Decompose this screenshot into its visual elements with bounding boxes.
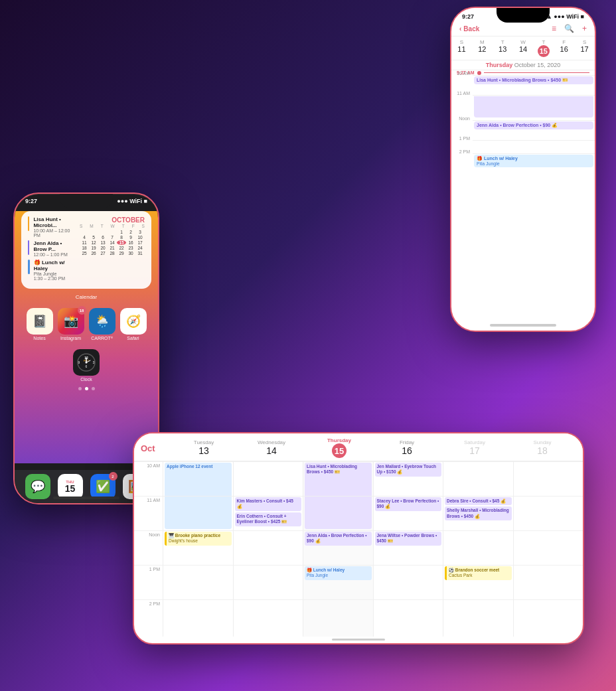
home-screen: Lisa Hunt • Microbl... 10:00 AM – 12:00 … — [15, 211, 158, 463]
hour-row-10am: 10 AM Lisa Hunt • Microblading Brows • $… — [451, 75, 595, 95]
notes-app-icon[interactable]: 📓 — [27, 308, 53, 335]
event-thu-lunch[interactable]: 🎁 Lunch w/ HaleyPita Jungle — [305, 566, 372, 580]
event-shelly-marshall[interactable]: Shelly Marshall • Microblading Brows • $… — [445, 506, 512, 520]
tue-slot-noon: 🎹 Brooke piano practiceDwight's house — [163, 530, 233, 565]
day-col-thu: Lisa Hunt • Microblading Brows • $450 🎫 … — [303, 461, 374, 637]
carrot-app-icon[interactable]: 🌦️ — [89, 308, 116, 335]
calendar-widget[interactable]: Lisa Hunt • Microbl... 10:00 AM – 12:00 … — [21, 211, 151, 289]
tue-slot-11 — [163, 496, 233, 530]
thu-slot-2pm — [303, 599, 373, 634]
time-bar — [484, 72, 589, 73]
week-col-f: F 16 — [554, 39, 574, 57]
widget-event-1: Lisa Hunt • Microbl... 10:00 AM – 12:00 … — [28, 216, 76, 238]
list-icon[interactable]: ≡ — [552, 24, 556, 33]
event-debra-sire[interactable]: Debra Sire • Consult • $45 💰 — [445, 497, 512, 505]
col-header-sun[interactable]: Sunday 18 — [508, 439, 576, 456]
notch-right — [497, 8, 550, 23]
page-dots — [15, 387, 158, 390]
month-label: OCTOBER — [80, 216, 145, 224]
svg-text:9: 9 — [78, 360, 80, 364]
week-col-t2-today[interactable]: T 15 — [533, 39, 554, 57]
event-jena-wiltse[interactable]: Jena Wiltse • Powder Brows • $450 🎫 — [375, 532, 442, 546]
svg-point-8 — [86, 362, 88, 364]
safari-app-icon[interactable]: 🧭 — [120, 308, 147, 335]
landscape-header: Oct Tuesday 13 Wednesday 14 Thursday 15 … — [134, 433, 583, 461]
add-icon[interactable]: + — [582, 24, 587, 33]
dock-reminders: ✅ 2 — [90, 474, 116, 499]
sun-day: Sunday — [508, 439, 576, 445]
instagram-app-icon[interactable]: 📸 18 — [58, 308, 84, 335]
apps-row: 📓 Notes 📸 18 Instagram 🌦️ CARROT⁸ 🧭 Safa… — [15, 305, 158, 344]
date-label: Thursday October 15, 2020 — [451, 60, 595, 70]
event-thu-jenn[interactable]: Jenn Alda • Brow Perfection • $90 💰 — [305, 532, 372, 546]
event-lunch-haley[interactable]: 🎁 Lunch w/ HaleyPita Jungle — [474, 155, 593, 167]
lunch-subtitle: Pita Jungle — [477, 161, 500, 166]
instagram-label: Instagram — [60, 336, 81, 341]
tue-slot-10: Apple iPhone 12 event — [163, 461, 233, 496]
wed-slot-2pm — [234, 599, 303, 634]
hour-row-11am: 11 AM — [451, 95, 595, 120]
week-col-s1: S 11 — [451, 39, 472, 57]
clock-app-icon[interactable]: 12 6 9 3 PHO — [73, 349, 100, 376]
week-col-s2: S 17 — [574, 39, 595, 57]
hour-row-1pm: 1 PM — [451, 140, 595, 153]
calendar-dock-icon[interactable]: THU 15 — [58, 474, 83, 499]
calendar-nav: ‹ Back ≡ 🔍 + — [451, 21, 595, 37]
notes-label: Notes — [33, 336, 45, 341]
event-continuation — [474, 96, 593, 117]
app-col-safari: 🧭 Safari — [120, 308, 147, 341]
phone-landscape: Oct Tuesday 13 Wednesday 14 Thursday 15 … — [133, 432, 584, 645]
day-col-fri: Jen Mallard • Eyebrow Touch Up • $150 💰 … — [374, 461, 444, 637]
thu-num-today: 15 — [332, 443, 346, 458]
fri-num: 16 — [373, 445, 441, 456]
event-jen-mallard[interactable]: Jen Mallard • Eyebrow Touch Up • $150 💰 — [375, 463, 442, 477]
carrot-label: CARROT⁸ — [91, 336, 113, 341]
instagram-badge: 18 — [78, 306, 86, 315]
thu-slot-10: Lisa Hunt • Microblading Brows • $450 🎫 — [303, 461, 373, 496]
back-button[interactable]: ‹ Back — [459, 25, 479, 33]
dock-calendar: THU 15 — [58, 474, 83, 499]
dock-messages: 💬 — [25, 474, 50, 499]
reminders-app-icon[interactable]: ✅ 2 — [90, 474, 116, 499]
tue-slot-1pm — [163, 565, 233, 599]
wed-slot-11: Kim Masters • Consult • $45 💰 Erin Cothe… — [234, 496, 303, 530]
sat-num: 17 — [441, 445, 508, 456]
app-col-notes: 📓 Notes — [27, 308, 53, 341]
col-header-wed[interactable]: Wednesday 14 — [238, 439, 305, 456]
col-header-sat[interactable]: Saturday 17 — [441, 439, 508, 456]
sat-day: Saturday — [441, 439, 508, 445]
svg-text:3: 3 — [93, 360, 95, 364]
fri-slot-1pm — [374, 565, 443, 599]
event-erin-cothern[interactable]: Erin Cothern • Consult + Eyeliner Boost … — [235, 512, 302, 526]
widget-events: Lisa Hunt • Microbl... 10:00 AM – 12:00 … — [28, 216, 76, 283]
thu-slot-noon: Jenn Alda • Brow Perfection • $90 💰 — [303, 530, 373, 565]
col-header-thu[interactable]: Thursday 15 — [305, 437, 373, 458]
messages-app-icon[interactable]: 💬 — [25, 474, 50, 499]
sat-slot-10 — [443, 461, 513, 496]
event-brandon-soccer[interactable]: ⚽ Brandon soccer meetCactus Park — [445, 566, 512, 580]
sat-slot-2pm — [443, 599, 513, 634]
hour-content-noon: Jenn Alda • Brow Perfection • $90 💰 — [473, 120, 595, 140]
search-icon[interactable]: 🔍 — [564, 24, 574, 33]
event-brooke-piano[interactable]: 🎹 Brooke piano practiceDwight's house — [165, 532, 232, 546]
event-jenn-alda[interactable]: Jenn Alda • Brow Perfection • $90 💰 — [474, 121, 593, 129]
sun-slot-2pm — [514, 599, 583, 634]
time-11am: 11 AM — [134, 496, 163, 530]
landscape-body: 10 AM 11 AM Noon 1 PM 2 PM Apple iPhone … — [134, 461, 583, 637]
dot-3 — [92, 387, 95, 390]
thu-slot-11 — [303, 496, 373, 530]
col-header-tue[interactable]: Tuesday 13 — [170, 439, 238, 456]
sat-slot-11: Debra Sire • Consult • $45 💰 Shelly Mars… — [443, 496, 513, 530]
event-kim-masters[interactable]: Kim Masters • Consult • $45 💰 — [235, 497, 302, 511]
event-stacey-lee[interactable]: Stacey Lee • Brow Perfection • $90 💰 — [375, 497, 442, 511]
svg-text:6: 6 — [86, 364, 88, 368]
app-col-instagram: 📸 18 Instagram — [58, 308, 84, 341]
nav-icons: ≡ 🔍 + — [552, 24, 587, 33]
sun-num: 18 — [508, 445, 576, 456]
clock-row: 12 6 9 3 PHO Clock — [15, 346, 158, 384]
time-column: 10 AM 11 AM Noon 1 PM 2 PM — [134, 461, 163, 637]
chevron-left-icon: ‹ — [459, 25, 461, 33]
time-10am: 10 AM — [134, 461, 163, 496]
event-lisa-hunt[interactable]: Lisa Hunt • Microblading Brows • $450 🎫 — [474, 76, 593, 84]
col-header-fri[interactable]: Friday 16 — [373, 439, 441, 456]
